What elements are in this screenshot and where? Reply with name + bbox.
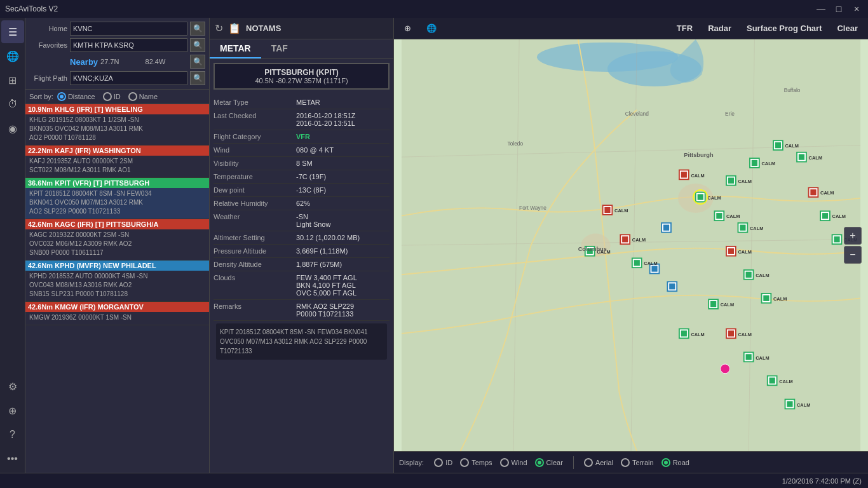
map-globe-icon[interactable]: 🌐: [421, 22, 442, 35]
minimize-button[interactable]: —: [815, 4, 827, 14]
flightpath-row: Flight Path 🔍: [29, 71, 205, 85]
svg-rect-62: [622, 236, 628, 242]
svg-rect-59: [604, 207, 610, 213]
list-item[interactable]: 42.6Nm KPHD (MVFR) NEW PHILADELKPHD 2018…: [25, 261, 209, 302]
close-button[interactable]: ×: [850, 4, 863, 14]
svg-point-2: [537, 43, 678, 72]
svg-text:CALM: CALM: [756, 355, 769, 361]
sidebar-icon-more[interactable]: •••: [1, 447, 24, 470]
main-content: ☰ 🌐 ⊞ ⏱ ◉ ⚙ ⊕ ? ••• Home 🔍 Favorites 🔍: [0, 18, 868, 473]
sort-distance-option[interactable]: Distance: [57, 92, 95, 101]
sidebar-icon-settings[interactable]: ⚙: [1, 375, 24, 398]
sort-name-radio[interactable]: [128, 92, 137, 101]
list-item[interactable]: 42.6Nm KMGW (IFR) MORGANTOVKMGW 201936Z …: [25, 302, 209, 325]
sidebar-icon-clock[interactable]: ⏱: [1, 93, 24, 116]
list-item[interactable]: 36.6Nm KPIT (VFR) [T] PITTSBURGHKPIT 201…: [25, 178, 209, 219]
detail-value: 62%: [296, 200, 390, 207]
detail-label: Remarks: [214, 302, 296, 310]
detail-value: 3,669F (1,118M): [296, 247, 390, 255]
detail-label: Altimeter Setting: [214, 234, 296, 241]
display-clear-radio[interactable]: [535, 458, 544, 467]
sidebar-icon-calculator[interactable]: ⊞: [1, 69, 24, 92]
zoom-out-button[interactable]: −: [844, 246, 862, 264]
raw-metar: KPIT 201851Z 08004KT 8SM -SN FEW034 BKN0…: [216, 323, 387, 360]
map-zoom-controls: + −: [844, 227, 862, 264]
tab-metar[interactable]: METAR: [210, 39, 261, 58]
detail-label: Visibility: [214, 159, 296, 167]
notams-brief-icon[interactable]: 📋: [228, 22, 241, 34]
list-item-header: 36.6Nm KPIT (VFR) [T] PITTSBURGH: [25, 178, 209, 188]
metar-detail-row: Relative Humidity62%: [214, 197, 390, 210]
list-item[interactable]: 22.2Nm KAFJ (IFR) WASHINGTONKAFJ 201935Z…: [25, 146, 209, 178]
map-crosshair-icon[interactable]: ⊕: [399, 22, 416, 35]
svg-text:Pittsburgh: Pittsburgh: [684, 152, 714, 158]
notams-refresh-icon[interactable]: ↻: [215, 22, 223, 34]
favorites-search-button[interactable]: 🔍: [190, 38, 205, 52]
view-aerial-radio[interactable]: [584, 458, 593, 467]
window-controls: — □ ×: [815, 4, 863, 14]
view-aerial-option[interactable]: Aerial: [584, 458, 613, 467]
titlebar: SecAviTools V2 — □ ×: [0, 0, 868, 18]
list-item-header: 42.6Nm KAGC (IFR) [T] PITTSBURGH/A: [25, 219, 209, 229]
metar-detail-row: Wind080 @ 4 KT: [214, 144, 390, 157]
display-temps-radio[interactable]: [460, 458, 469, 467]
display-id-radio[interactable]: [434, 458, 443, 467]
detail-label: Dew point: [214, 186, 296, 194]
map-toolbar: ⊕ 🌐 TFR Radar Surface Prog Chart Clear: [394, 18, 868, 39]
svg-text:CALM: CALM: [632, 237, 646, 243]
display-id-option[interactable]: ID: [434, 458, 452, 467]
flightpath-input[interactable]: [70, 71, 187, 85]
view-terrain-option[interactable]: Terrain: [621, 458, 654, 467]
sort-distance-radio[interactable]: [57, 92, 66, 101]
maximize-button[interactable]: □: [832, 4, 845, 14]
flightpath-label: Flight Path: [29, 74, 67, 82]
sidebar-icon-globe[interactable]: 🌐: [1, 44, 24, 67]
sort-id-option[interactable]: ID: [103, 92, 121, 101]
svg-text:CALM: CALM: [773, 296, 787, 302]
svg-rect-41: [740, 225, 745, 231]
svg-rect-53: [663, 225, 669, 231]
radar-button[interactable]: Radar: [703, 22, 736, 35]
sidebar-icon-location[interactable]: ◉: [1, 117, 24, 140]
display-temps-option[interactable]: Temps: [460, 458, 492, 467]
svg-rect-35: [822, 213, 828, 219]
sidebar-icon-menu[interactable]: ☰: [1, 20, 24, 43]
list-item-body: KHLG 201915Z 08003KT 1 1/2SM -SN BKN035 …: [29, 116, 205, 142]
list-item[interactable]: 42.6Nm KAGC (IFR) [T] PITTSBURGH/AKAGC 2…: [25, 219, 209, 261]
tab-taf[interactable]: TAF: [261, 39, 298, 58]
nearby-search-button[interactable]: 🔍: [190, 55, 205, 69]
display-wind-option[interactable]: Wind: [500, 458, 527, 467]
detail-value: RMK AO2 SLP229 P0000 T10721133: [296, 302, 390, 318]
view-terrain-radio[interactable]: [621, 458, 630, 467]
map-container[interactable]: CALM CALM CALM CALM: [394, 18, 868, 473]
sidebar-icon-help[interactable]: ?: [1, 423, 24, 446]
metar-detail-row: Altimeter Setting30.12 (1,020.02 MB): [214, 231, 390, 245]
svg-text:CALM: CALM: [721, 302, 734, 308]
sort-id-radio[interactable]: [103, 92, 112, 101]
detail-label: Temperature: [214, 173, 296, 180]
display-clear-option[interactable]: Clear: [535, 458, 563, 467]
favorites-label: Favorites: [29, 41, 67, 49]
sort-name-option[interactable]: Name: [128, 92, 158, 101]
home-input[interactable]: [70, 22, 187, 36]
detail-label: Pressure Altitude: [214, 247, 296, 255]
home-search-button[interactable]: 🔍: [190, 22, 205, 36]
display-wind-radio[interactable]: [500, 458, 509, 467]
svg-text:Columbus: Columbus: [578, 246, 607, 252]
detail-value: 8 SM: [296, 159, 390, 167]
map-clear-button[interactable]: Clear: [832, 22, 863, 35]
list-item[interactable]: 10.9Nm KHLG (IFR) [T] WHEELINGKHLG 20191…: [25, 104, 209, 146]
zoom-in-button[interactable]: +: [844, 227, 862, 245]
favorites-row: Favorites 🔍: [29, 38, 205, 52]
sidebar-icon-network[interactable]: ⊕: [1, 399, 24, 422]
view-road-radio[interactable]: [661, 458, 670, 467]
view-road-option[interactable]: Road: [661, 458, 689, 467]
detail-value: METAR: [296, 98, 390, 106]
svg-text:CALM: CALM: [832, 214, 846, 219]
tfr-button[interactable]: TFR: [672, 22, 698, 35]
favorites-input[interactable]: [70, 38, 187, 52]
nearby-title: Nearby: [70, 57, 98, 67]
detail-label: Clouds: [214, 274, 296, 281]
flightpath-search-button[interactable]: 🔍: [190, 71, 205, 85]
surface-prog-button[interactable]: Surface Prog Chart: [742, 22, 827, 35]
